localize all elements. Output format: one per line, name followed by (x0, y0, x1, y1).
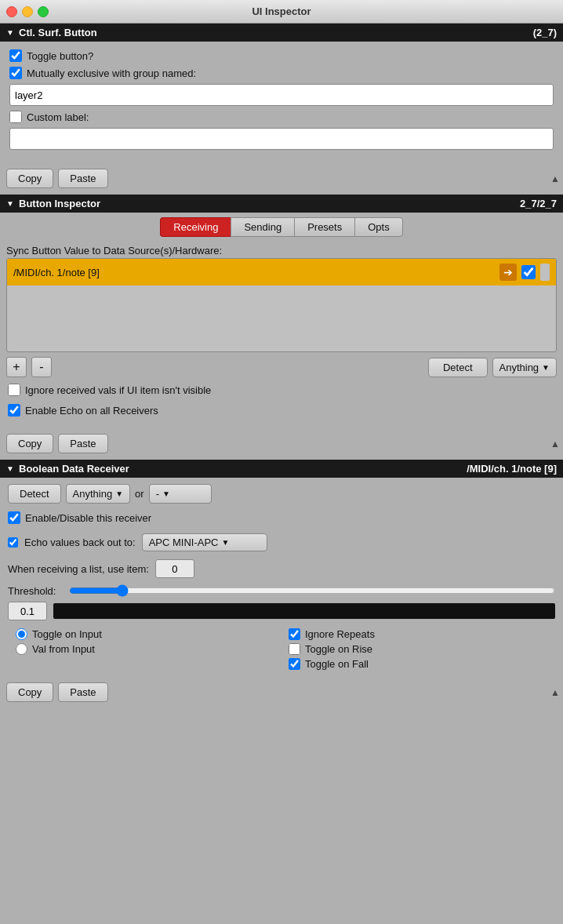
boolean-dash-label: - (156, 488, 159, 500)
button-inspector-section-header: ▼ Button Inspector 2_7/2_7 (0, 195, 563, 213)
toggle-grid: Toggle on Input Ignore Repeats Val from … (0, 625, 563, 676)
enable-echo-checkbox[interactable] (8, 404, 20, 417)
val-from-input-row: Val from Input (16, 643, 282, 655)
midi-item-checkbox-0[interactable] (521, 265, 536, 279)
toggle-on-rise-checkbox[interactable] (289, 643, 300, 655)
maximize-button[interactable] (38, 6, 49, 17)
toggle-button-label: Toggle button? (27, 50, 93, 62)
ignore-repeats-checkbox[interactable] (289, 628, 300, 640)
enable-echo-label: Enable Echo on all Receivers (25, 405, 158, 417)
custom-label-label: Custom label: (27, 111, 89, 123)
threshold-bar-row (0, 600, 563, 625)
list-item-row: When receiving a list, use item: (0, 556, 563, 581)
button-inspector-collapse-icon[interactable]: ▼ (6, 199, 14, 208)
tab-opts[interactable]: Opts (354, 217, 402, 237)
custom-label-input[interactable] (9, 128, 554, 150)
ignore-visible-checkbox[interactable] (8, 384, 20, 396)
anything-dropdown[interactable]: Anything ▼ (492, 358, 558, 377)
toggle-on-input-label: Toggle on Input (32, 628, 102, 640)
toggle-on-rise-row: Toggle on Rise (289, 643, 555, 655)
titlebar: UI Inspector (0, 0, 563, 24)
button-inspector-badge: 2_7/2_7 (520, 198, 557, 209)
ctl-surf-copy-button[interactable]: Copy (6, 169, 53, 188)
toggle-button-row: Toggle button? (9, 49, 554, 62)
boolean-receiver-header-title: Boolean Data Receiver (19, 463, 129, 475)
sync-label: Sync Button Value to Data Source(s)/Hard… (0, 242, 563, 258)
or-label: or (135, 488, 144, 500)
window-title: UI Inspector (252, 5, 311, 17)
toggle-on-fall-checkbox[interactable] (289, 658, 300, 670)
ctl-surf-btn-row: Copy Paste ▲ (0, 162, 563, 195)
echo-device-dropdown[interactable]: APC MINI-APC ▼ (142, 533, 267, 551)
tab-sending[interactable]: Sending (231, 217, 294, 237)
ignore-visible-label: Ignore received vals if UI item isn't vi… (25, 384, 211, 396)
scroll-arrow-1: ▲ (550, 173, 560, 184)
scroll-arrow-2: ▲ (550, 438, 560, 449)
val-from-input-radio[interactable] (16, 643, 27, 655)
anything-label: Anything (499, 362, 539, 373)
custom-label-row: Custom label: (9, 111, 554, 123)
boolean-receiver-collapse-icon[interactable]: ▼ (6, 464, 14, 473)
threshold-label: Threshold: (8, 585, 63, 597)
mutually-exclusive-row: Mutually exclusive with group named: (9, 67, 554, 79)
button-inspector-paste-button[interactable]: Paste (58, 434, 107, 453)
button-inspector-btn-row: Copy Paste ▲ (0, 427, 563, 460)
midi-list: /MIDI/ch. 1/note [9] ➔ (6, 258, 557, 352)
ignore-repeats-row: Ignore Repeats (289, 628, 555, 640)
ctl-surf-paste-button[interactable]: Paste (58, 169, 107, 188)
group-name-input[interactable] (9, 84, 554, 106)
detect-button[interactable]: Detect (428, 358, 488, 377)
button-inspector-copy-button[interactable]: Copy (6, 434, 53, 453)
ctl-surf-section-header: ▼ Ctl. Surf. Button (2_7) (0, 24, 563, 42)
tab-presets[interactable]: Presets (294, 217, 354, 237)
threshold-slider-container (69, 584, 555, 597)
boolean-controls-row: Detect Anything ▼ or - ▼ (0, 478, 563, 510)
toggle-on-input-row: Toggle on Input (16, 628, 282, 640)
boolean-receiver-section-header: ▼ Boolean Data Receiver /MIDI/ch. 1/note… (0, 460, 563, 478)
midi-item-scroll (540, 264, 550, 281)
scroll-arrow-3: ▲ (550, 687, 560, 698)
midi-controls-row: + - Detect Anything ▼ (0, 352, 563, 382)
boolean-anything-dropdown[interactable]: Anything ▼ (66, 484, 131, 504)
toggle-on-input-radio[interactable] (16, 628, 27, 640)
boolean-copy-button[interactable]: Copy (6, 682, 53, 702)
enable-disable-label: Enable/Disable this receiver (25, 512, 151, 524)
midi-item-text-0: /MIDI/ch. 1/note [9] (13, 267, 495, 278)
ctl-surf-badge: (2_7) (533, 27, 557, 38)
list-item-label: When receiving a list, use item: (8, 563, 149, 575)
echo-out-checkbox[interactable] (8, 537, 18, 547)
add-midi-button[interactable]: + (6, 357, 27, 377)
toggle-on-fall-label: Toggle on Fall (305, 658, 369, 670)
boolean-detect-button[interactable]: Detect (8, 484, 61, 504)
boolean-paste-button[interactable]: Paste (58, 682, 107, 702)
remove-midi-button[interactable]: - (31, 357, 52, 377)
minimize-button[interactable] (22, 6, 33, 17)
traffic-lights (6, 6, 49, 17)
close-button[interactable] (6, 6, 17, 17)
mutually-exclusive-checkbox[interactable] (9, 67, 22, 79)
enable-disable-checkbox[interactable] (8, 511, 20, 524)
tab-receiving[interactable]: Receiving (160, 217, 231, 237)
ctl-surf-content: Toggle button? Mutually exclusive with g… (0, 42, 563, 162)
enable-disable-row: Enable/Disable this receiver (0, 510, 563, 527)
midi-item-0[interactable]: /MIDI/ch. 1/note [9] ➔ (7, 259, 556, 286)
threshold-slider[interactable] (69, 584, 555, 597)
mutually-exclusive-label: Mutually exclusive with group named: (27, 67, 196, 79)
ignore-repeats-label: Ignore Repeats (305, 628, 375, 640)
threshold-value-input[interactable] (8, 602, 47, 620)
boolean-receiver-btn-row: Copy Paste ▲ (0, 676, 563, 708)
midi-item-arrow-icon: ➔ (499, 264, 517, 281)
custom-label-checkbox[interactable] (9, 111, 22, 123)
echo-device-label: APC MINI-APC (149, 537, 219, 548)
boolean-dash-dropdown[interactable]: - ▼ (149, 484, 212, 504)
anything-dropdown-arrow: ▼ (542, 363, 550, 372)
boolean-receiver-badge: /MIDI/ch. 1/note [9] (467, 463, 557, 475)
ignore-visible-row: Ignore received vals if UI item isn't vi… (0, 382, 563, 398)
button-inspector-header-title: Button Inspector (19, 198, 100, 209)
list-item-input[interactable] (155, 559, 194, 578)
boolean-anything-arrow: ▼ (115, 489, 123, 498)
collapse-icon[interactable]: ▼ (6, 28, 14, 37)
threshold-bar (53, 603, 555, 619)
toggle-button-checkbox[interactable] (9, 49, 22, 62)
threshold-row: Threshold: (0, 581, 563, 600)
